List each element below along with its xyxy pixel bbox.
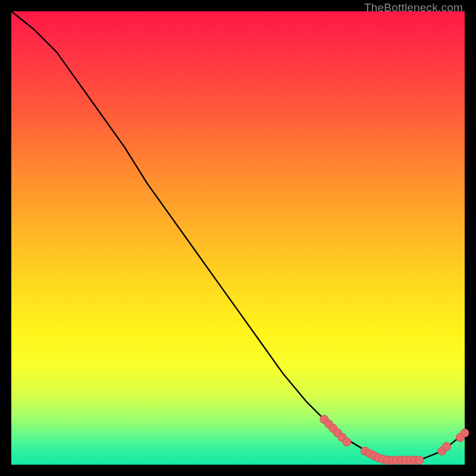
data-marker [461, 429, 469, 437]
chart-stage: TheBottleneck.com [0, 0, 476, 476]
data-marker [343, 438, 351, 446]
data-marker [415, 456, 424, 464]
data-marker [443, 443, 451, 451]
bottleneck-curve [11, 11, 465, 460]
chart-overlay [11, 11, 465, 465]
watermark-label: TheBottleneck.com [364, 1, 463, 14]
marker-group [320, 415, 469, 465]
